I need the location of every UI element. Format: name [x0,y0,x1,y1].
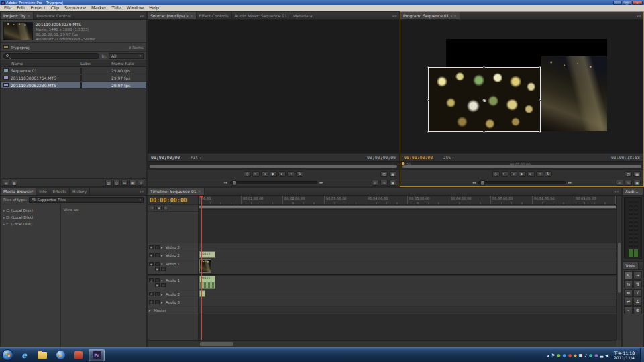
selection-tool[interactable]: ↖ [624,272,633,280]
chevron-right-icon[interactable]: ▸ [3,216,5,219]
track-select-tool[interactable]: ⇥ [633,272,642,280]
go-to-out-button[interactable]: ⇥ [287,171,294,177]
vertical-scrollbar[interactable] [616,196,621,340]
set-encore-chapter-marker-button[interactable]: ◆ [156,206,162,210]
show-hidden-icons[interactable]: ▴ [547,353,549,357]
panel-menu-icon[interactable]: ▾≡ [138,12,146,19]
chevron-down-icon[interactable]: ▾ [450,14,452,18]
track-lane-video-3[interactable] [199,243,616,251]
project-row-sequence[interactable]: Sequence 01 25.00 fps [1,67,146,74]
project-row-clip-selected[interactable]: 20111030062239.MTS 29.97 fps [1,82,146,89]
play-button[interactable]: ▶ [270,171,277,177]
set-display-style-button[interactable]: ▣ [155,283,160,287]
program-scrub-bar[interactable]: 0:00 00:05:00:00 [400,161,643,169]
go-to-in-button[interactable]: ⇤ [501,171,508,177]
toggle-track-output-icon[interactable]: ◉ [149,253,154,257]
razor-tool[interactable]: ∕ [633,289,642,297]
playhead[interactable] [201,196,202,340]
panel-menu-icon[interactable]: ▾≡ [635,12,643,19]
expand-track-icon[interactable]: ▸ [161,292,164,296]
toggle-track-mute-icon[interactable]: ♪ [149,300,154,304]
tab-timeline[interactable]: Timeline: Sequence 01 × [148,188,205,195]
show-keyframes-button[interactable]: ◇ [161,283,166,287]
jog-right-icon[interactable]: ▸▸ [320,180,323,184]
chevron-right-icon[interactable]: ▸ [3,223,5,226]
tray-yellow-icon[interactable]: ◆ [574,353,577,357]
export-frame-button[interactable]: ▣ [633,180,641,186]
timeline-current-timecode[interactable]: 00:00:00:00 [148,196,198,205]
clear-button[interactable]: ⊘ [138,180,144,186]
add-marker-button[interactable]: ◇ [244,171,251,177]
close-tab-icon[interactable]: × [453,13,457,18]
label-chip[interactable] [80,68,82,74]
jog-right-icon[interactable]: ▸▸ [568,180,572,184]
go-to-out-button[interactable]: ⇥ [536,171,543,177]
project-root-row[interactable]: Try.prproj 3 Items [1,43,146,52]
selection-handle[interactable] [539,131,541,133]
selected-video-layer-bokeh[interactable]: ⊕ [428,67,541,132]
menu-item[interactable]: Sequence [62,5,89,11]
menu-item[interactable]: File [1,5,14,11]
output-settings-button[interactable]: ▦ [633,171,641,177]
extract-button[interactable]: ¬ [625,180,632,186]
rate-stretch-tool[interactable]: ⇔ [624,289,633,297]
toggle-track-output-icon[interactable]: ◉ [149,245,154,249]
new-item-button[interactable]: ▣ [129,180,136,186]
close-tab-icon[interactable]: × [27,13,30,18]
collapse-track-icon[interactable]: ▾ [161,278,164,282]
slip-tool[interactable]: ⇌ [624,298,633,306]
anchor-point-icon[interactable]: ⊕ [482,97,487,103]
close-tab-icon[interactable]: × [190,13,193,18]
expand-track-icon[interactable]: ▸ [161,300,164,304]
taskbar-app-button[interactable] [70,349,87,361]
set-display-style-button[interactable]: ▣ [155,267,160,271]
track-lock-icon[interactable] [155,253,160,257]
taskbar-explorer-button[interactable] [34,349,50,361]
program-zoom-dropdown[interactable]: 25% ▾ [443,155,454,160]
label-chip[interactable] [80,82,82,88]
lift-button[interactable]: ⌐ [616,180,623,186]
source-view-area-bar[interactable] [150,165,397,168]
track-lane-video-2[interactable]: 20111 [199,251,616,259]
tab-audio-master[interactable]: Audio Master [623,188,643,195]
network-icon[interactable]: ▃ [600,353,604,357]
drive-item[interactable]: ▸ D: (Local Disk) [1,214,60,221]
show-desktop-button[interactable] [640,348,644,362]
rolling-edit-tool[interactable]: ⇅ [633,280,642,288]
taskbar-clock[interactable]: 下午 11:18 2011/11/4 [611,351,637,360]
expand-track-icon[interactable]: ▸ [161,253,164,257]
pen-tool[interactable]: ∠ [633,298,642,306]
panel-tab[interactable]: History [70,188,90,195]
add-marker-button[interactable]: ◇ [492,171,500,177]
chevron-right-icon[interactable]: ▸ [3,209,5,213]
maximize-button[interactable]: □ [623,1,631,5]
program-view-area-bar[interactable] [402,165,641,168]
source-scrub-bar[interactable] [148,161,399,169]
timeline-clip-audio[interactable] [199,290,205,297]
taskbar-media-player-button[interactable]: ▶ [52,349,68,361]
track-lock-icon[interactable] [155,262,160,266]
tray-music-icon[interactable]: ♪ [584,353,587,357]
video-layer-street[interactable] [541,56,607,131]
monitor-tab[interactable]: Effect Controls [197,12,232,19]
horizontal-scrollbar[interactable] [148,340,616,347]
new-bin-button[interactable]: ⊞ [121,180,128,186]
tray-green-icon[interactable]: ● [557,353,560,357]
track-header-video-3[interactable]: ◉ ▸ Video 3 [148,243,198,251]
minimize-button[interactable]: – [613,1,622,5]
toggle-track-mute-icon[interactable]: ♪ [149,278,154,282]
panel-menu-icon[interactable]: ▾≡ [138,188,146,195]
step-forward-button[interactable]: ▸ [278,171,286,177]
track-header-audio-2[interactable]: ♪ ▸ Audio 2 [148,290,198,298]
drive-item[interactable]: ▸ C: (Local Disk) [1,207,60,214]
loop-button[interactable]: ↻ [545,171,552,177]
panel-tab[interactable]: Effects [50,188,70,195]
ripple-edit-tool[interactable]: ⇆ [624,280,633,288]
track-header-video-2[interactable]: ◉ ▸ Video 2 [148,251,198,259]
lift-button[interactable]: ⌐ [372,180,379,186]
source-zoom-dropdown[interactable]: Fit ▾ [191,155,201,160]
safe-margins-button[interactable]: ⊡ [625,171,632,177]
panel-menu-icon[interactable]: ▾≡ [390,12,399,19]
list-view-button[interactable]: ▤ [3,180,9,186]
track-header-master[interactable]: ▸ Master [148,306,198,314]
